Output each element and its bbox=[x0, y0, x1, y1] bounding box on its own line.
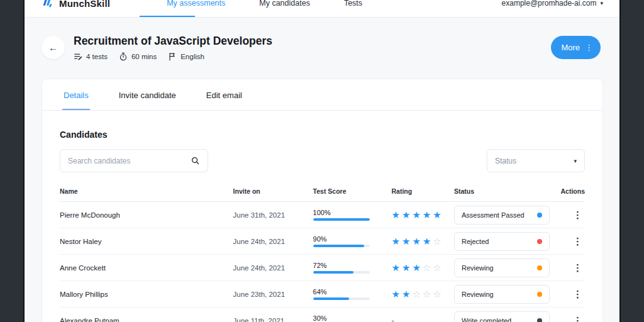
status-dot bbox=[537, 318, 542, 322]
back-arrow-icon: ← bbox=[48, 42, 58, 53]
more-button-label: More bbox=[561, 43, 580, 52]
star-icon[interactable]: ★ bbox=[392, 236, 402, 247]
top-navbar: MunchSkill My assessments My candidates … bbox=[25, 0, 619, 18]
duration-meta: 60 mins bbox=[119, 52, 157, 61]
star-icon[interactable]: ★ bbox=[392, 262, 402, 273]
candidates-table-body: Pierre McDonough June 31th, 2021 100% ★★… bbox=[60, 202, 585, 322]
kebab-icon: ⋮ bbox=[585, 43, 593, 52]
tab-details[interactable]: Details bbox=[62, 81, 90, 110]
candidate-name: Nestor Haley bbox=[60, 228, 233, 255]
rating-stars[interactable]: ★★★★☆ bbox=[392, 236, 443, 247]
test-score: 90% bbox=[313, 235, 370, 247]
status-badge[interactable]: Reviewing bbox=[454, 285, 550, 304]
table-row[interactable]: Pierre McDonough June 31th, 2021 100% ★★… bbox=[60, 202, 585, 228]
score-progress-fill bbox=[313, 297, 350, 300]
search-input[interactable] bbox=[68, 157, 191, 165]
star-icon[interactable]: ☆ bbox=[433, 289, 443, 299]
star-icon[interactable]: ★ bbox=[412, 262, 422, 273]
score-progress-fill bbox=[313, 245, 364, 247]
invite-date: June 31th, 2021 bbox=[233, 202, 313, 228]
column-header-score[interactable]: Test Score bbox=[313, 184, 392, 202]
table-row[interactable]: Alexandre Putnam June 11th, 2021 30% - W… bbox=[60, 308, 585, 322]
nav-item-my-candidates[interactable]: My candidates bbox=[259, 0, 310, 8]
invite-date: June 11th, 2021 bbox=[233, 308, 313, 322]
rating-stars[interactable]: ★★★☆☆ bbox=[392, 262, 443, 273]
candidate-name: Alexandre Putnam bbox=[60, 308, 233, 322]
star-icon[interactable]: ★ bbox=[402, 236, 412, 247]
star-icon[interactable]: ★ bbox=[423, 209, 433, 220]
status-dot bbox=[537, 292, 542, 297]
rating-stars[interactable]: ★★☆☆☆ bbox=[392, 289, 443, 299]
row-actions-kebab-icon[interactable]: ⋮ bbox=[570, 287, 585, 301]
star-icon[interactable]: ★ bbox=[423, 236, 433, 247]
status-badge[interactable]: Assessment Passed bbox=[454, 206, 550, 225]
column-header-name[interactable]: Name bbox=[60, 184, 233, 202]
status-filter-select[interactable]: Status ▾ bbox=[487, 149, 585, 172]
rating-stars[interactable]: ★★★★★ bbox=[392, 209, 443, 220]
star-icon[interactable]: ★ bbox=[392, 289, 402, 299]
star-icon[interactable]: ★ bbox=[412, 209, 422, 220]
star-icon[interactable]: ★ bbox=[402, 289, 412, 299]
tests-meta: 4 tests bbox=[74, 52, 108, 61]
star-icon[interactable]: ★ bbox=[433, 209, 443, 220]
column-header-invite[interactable]: Invite on bbox=[233, 184, 313, 202]
status-label: Rejected bbox=[462, 238, 489, 245]
star-icon[interactable]: ☆ bbox=[423, 262, 433, 273]
rating-stars[interactable]: - bbox=[392, 316, 396, 322]
score-progress-track bbox=[313, 271, 370, 274]
tab-invite-candidate[interactable]: Invite candidate bbox=[118, 81, 177, 110]
row-actions-kebab-icon[interactable]: ⋮ bbox=[570, 314, 585, 322]
timer-icon bbox=[119, 52, 128, 61]
logo-text: MunchSkill bbox=[59, 0, 110, 9]
status-label: Reviewing bbox=[462, 291, 494, 298]
row-actions-kebab-icon[interactable]: ⋮ bbox=[570, 208, 585, 221]
table-row[interactable]: Anne Crockett June 24th, 2021 72% ★★★☆☆ … bbox=[60, 255, 585, 281]
account-menu[interactable]: example@promhade-ai.com ▾ bbox=[502, 0, 603, 8]
status-badge[interactable]: Write completed bbox=[454, 311, 550, 322]
table-header-row: Name Invite on Test Score Rating Status … bbox=[60, 184, 585, 202]
score-percent: 30% bbox=[313, 314, 370, 322]
more-button[interactable]: More ⋮ bbox=[551, 36, 601, 59]
tab-edit-email[interactable]: Edit email bbox=[205, 81, 243, 110]
star-icon[interactable]: ☆ bbox=[412, 289, 422, 299]
candidate-search[interactable] bbox=[60, 149, 208, 172]
score-progress-track bbox=[313, 245, 370, 247]
status-badge[interactable]: Rejected bbox=[454, 232, 550, 251]
score-percent: 90% bbox=[313, 235, 370, 243]
back-button[interactable]: ← bbox=[42, 36, 65, 59]
status-filter-label: Status bbox=[495, 157, 516, 165]
column-header-status[interactable]: Status bbox=[454, 184, 560, 202]
score-progress-track bbox=[313, 297, 370, 300]
row-actions-kebab-icon[interactable]: ⋮ bbox=[570, 235, 585, 248]
table-row[interactable]: Mallory Phillips June 23th, 2021 64% ★★☆… bbox=[60, 281, 585, 308]
search-icon[interactable] bbox=[191, 156, 200, 165]
star-icon[interactable]: ★ bbox=[402, 209, 412, 220]
assessment-meta: 4 tests 60 mins English bbox=[74, 52, 204, 61]
star-icon[interactable]: ★ bbox=[402, 262, 412, 273]
test-score: 100% bbox=[313, 209, 370, 221]
star-icon[interactable]: ☆ bbox=[433, 236, 443, 247]
score-progress-fill bbox=[313, 271, 354, 274]
invite-date: June 24th, 2021 bbox=[233, 228, 313, 255]
app-window: MunchSkill My assessments My candidates … bbox=[23, 0, 621, 322]
nav-item-tests[interactable]: Tests bbox=[344, 0, 362, 8]
score-percent: 64% bbox=[313, 288, 370, 296]
candidate-name: Pierre McDonough bbox=[60, 202, 233, 228]
row-actions-kebab-icon[interactable]: ⋮ bbox=[570, 261, 585, 274]
table-row[interactable]: Nestor Haley June 24th, 2021 90% ★★★★☆ R… bbox=[60, 228, 585, 255]
star-icon[interactable]: ☆ bbox=[433, 262, 443, 273]
chevron-down-icon: ▾ bbox=[600, 0, 603, 6]
candidates-table: Name Invite on Test Score Rating Status … bbox=[60, 184, 585, 322]
status-badge[interactable]: Reviewing bbox=[454, 258, 550, 277]
star-icon[interactable]: ☆ bbox=[423, 289, 433, 299]
star-icon[interactable]: ★ bbox=[412, 236, 422, 247]
app-logo[interactable]: MunchSkill bbox=[41, 0, 110, 9]
invite-date: June 23th, 2021 bbox=[233, 281, 313, 308]
nav-item-my-assessments[interactable]: My assessments bbox=[167, 0, 225, 8]
status-dot bbox=[537, 213, 542, 218]
column-header-rating[interactable]: Rating bbox=[392, 184, 454, 202]
flag-icon bbox=[168, 52, 177, 61]
star-icon[interactable]: ★ bbox=[392, 209, 402, 220]
card-tabbar: Details Invite candidate Edit email bbox=[42, 79, 602, 111]
tests-list-icon bbox=[74, 52, 82, 61]
